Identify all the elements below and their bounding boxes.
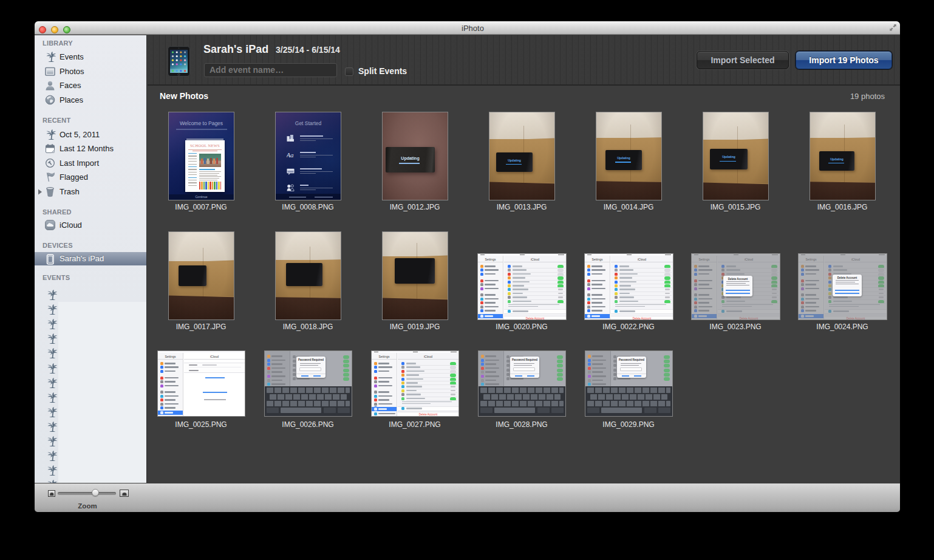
svg-text:Aa: Aa [287, 151, 294, 159]
